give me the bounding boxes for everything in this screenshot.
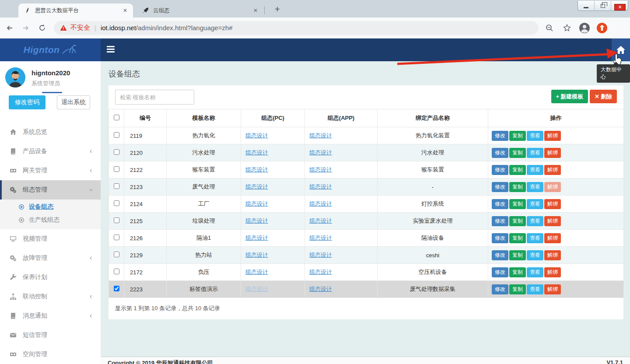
copy-action-button[interactable]: 复制 (509, 250, 526, 260)
copy-action-button[interactable]: 复制 (509, 199, 526, 209)
tab-close-icon[interactable]: ✕ (252, 7, 259, 14)
view-action-button[interactable]: 查看 (527, 182, 543, 192)
view-action-button[interactable]: 查看 (527, 233, 543, 243)
unbind-action-button[interactable]: 解绑 (544, 131, 561, 141)
config-design-app-link[interactable]: 组态设计 (309, 166, 332, 173)
sidebar-item[interactable]: 消息通知 (0, 306, 101, 326)
sidebar-item[interactable]: 空间管理 (0, 345, 101, 364)
copy-action-button[interactable]: 复制 (509, 233, 526, 243)
row-checkbox[interactable] (114, 217, 119, 223)
unbind-action-button[interactable]: 解绑 (544, 250, 561, 260)
profile-avatar-icon[interactable] (578, 21, 591, 35)
copy-action-button[interactable]: 复制 (509, 267, 526, 277)
row-checkbox[interactable] (114, 183, 119, 189)
config-design-app-link[interactable]: 组态设计 (309, 183, 332, 190)
view-action-button[interactable]: 查看 (527, 165, 543, 175)
browser-tab-inactive[interactable]: 云组态 ✕ (136, 4, 263, 18)
view-action-button[interactable]: 查看 (527, 131, 543, 141)
reload-button[interactable] (35, 21, 49, 35)
view-action-button[interactable]: 查看 (527, 148, 543, 158)
unbind-action-button[interactable]: 解绑 (544, 165, 561, 175)
config-design-pc-link[interactable]: 组态设计 (245, 132, 268, 139)
back-button[interactable] (3, 21, 16, 35)
row-checkbox[interactable] (114, 269, 119, 274)
sidebar-item[interactable]: 视频管理 (0, 229, 101, 248)
config-design-pc-link[interactable]: 组态设计 (245, 286, 268, 292)
select-all-checkbox[interactable] (114, 115, 119, 120)
edit-action-button[interactable]: 修改 (492, 267, 508, 277)
config-design-app-link[interactable]: 组态设计 (309, 286, 332, 292)
forward-button[interactable] (19, 21, 32, 35)
config-design-pc-link[interactable]: 组态设计 (245, 149, 268, 156)
create-template-button[interactable]: +新建模板 (551, 90, 588, 103)
config-design-pc-link[interactable]: 组态设计 (245, 200, 268, 207)
config-design-pc-link[interactable]: 组态设计 (245, 252, 268, 258)
change-password-button[interactable]: 修改密码 (9, 95, 46, 109)
edit-action-button[interactable]: 修改 (492, 233, 508, 243)
edit-action-button[interactable]: 修改 (492, 284, 508, 294)
row-checkbox[interactable] (114, 252, 119, 257)
unbind-action-button[interactable]: 解绑 (544, 148, 561, 158)
sidebar-subitem[interactable]: 生产线组态 (0, 214, 101, 227)
unbind-action-button[interactable]: 解绑 (544, 233, 561, 243)
delete-button[interactable]: ✕删除 (590, 90, 617, 103)
edit-action-button[interactable]: 修改 (492, 250, 508, 260)
edit-action-button[interactable]: 修改 (492, 199, 508, 209)
home-button[interactable] (612, 38, 630, 61)
view-action-button[interactable]: 查看 (527, 216, 543, 226)
row-checkbox[interactable] (114, 132, 119, 138)
config-design-pc-link[interactable]: 组态设计 (245, 269, 268, 275)
config-design-app-link[interactable]: 组态设计 (309, 217, 332, 224)
config-design-app-link[interactable]: 组态设计 (309, 149, 332, 156)
config-design-pc-link[interactable]: 组态设计 (245, 166, 268, 173)
sidebar-item[interactable]: 网关管理 (0, 161, 101, 180)
unbind-action-button[interactable]: 解绑 (544, 284, 561, 294)
sidebar-item[interactable]: 联动控制 (0, 287, 101, 306)
config-design-app-link[interactable]: 组态设计 (309, 200, 332, 207)
unbind-action-button[interactable]: 解绑 (544, 199, 561, 209)
config-design-pc-link[interactable]: 组态设计 (245, 217, 268, 224)
sidebar-item[interactable]: 短信管理 (0, 326, 101, 345)
url-bar[interactable]: 不安全 | iot.idosp.net/admin/index.html?lan… (54, 21, 539, 35)
edit-action-button[interactable]: 修改 (492, 216, 508, 226)
window-close-button[interactable]: ✕ (611, 1, 628, 10)
window-minimize-button[interactable] (578, 1, 595, 10)
row-checkbox[interactable] (114, 149, 119, 155)
row-checkbox[interactable] (114, 286, 119, 291)
sidebar-item[interactable]: 故障管理 (0, 248, 101, 268)
copy-action-button[interactable]: 复制 (509, 182, 526, 192)
unbind-action-button[interactable]: 解绑 (544, 216, 561, 226)
tab-close-icon[interactable]: ✕ (121, 7, 129, 14)
browser-tab-active[interactable]: 思普云大数据平台 ✕ (18, 4, 133, 18)
new-tab-button[interactable]: + (271, 3, 284, 15)
sidebar-item[interactable]: 组态管理 (0, 180, 101, 200)
row-checkbox[interactable] (114, 234, 119, 240)
browser-update-icon[interactable] (595, 21, 609, 35)
edit-action-button[interactable]: 修改 (492, 131, 508, 141)
bookmark-star-icon[interactable] (560, 21, 574, 35)
unbind-action-button[interactable]: 解绑 (544, 182, 561, 192)
row-checkbox[interactable] (114, 166, 119, 172)
view-action-button[interactable]: 查看 (527, 284, 543, 294)
copy-action-button[interactable]: 复制 (509, 131, 526, 141)
copy-action-button[interactable]: 复制 (509, 284, 526, 294)
view-action-button[interactable]: 查看 (527, 267, 543, 277)
zoom-out-icon[interactable] (543, 21, 556, 35)
view-action-button[interactable]: 查看 (527, 199, 543, 209)
view-action-button[interactable]: 查看 (527, 250, 543, 260)
copy-action-button[interactable]: 复制 (509, 148, 526, 158)
sidebar-item[interactable]: 系统总览 (0, 122, 101, 142)
config-design-app-link[interactable]: 组态设计 (309, 132, 332, 139)
sidebar-item[interactable]: 保养计划 (0, 268, 101, 287)
copy-action-button[interactable]: 复制 (509, 216, 526, 226)
window-restore-button[interactable] (595, 1, 611, 10)
unbind-action-button[interactable]: 解绑 (544, 267, 561, 277)
config-design-pc-link[interactable]: 组态设计 (245, 234, 268, 241)
config-design-pc-link[interactable]: 组态设计 (245, 183, 268, 190)
sidebar-item[interactable]: 产品设备 (0, 142, 101, 161)
copy-action-button[interactable]: 复制 (509, 165, 526, 175)
logout-button[interactable]: 退出系统 (57, 95, 90, 109)
hamburger-menu-icon[interactable] (107, 46, 115, 54)
config-design-app-link[interactable]: 组态设计 (309, 269, 332, 275)
config-design-app-link[interactable]: 组态设计 (309, 252, 332, 258)
